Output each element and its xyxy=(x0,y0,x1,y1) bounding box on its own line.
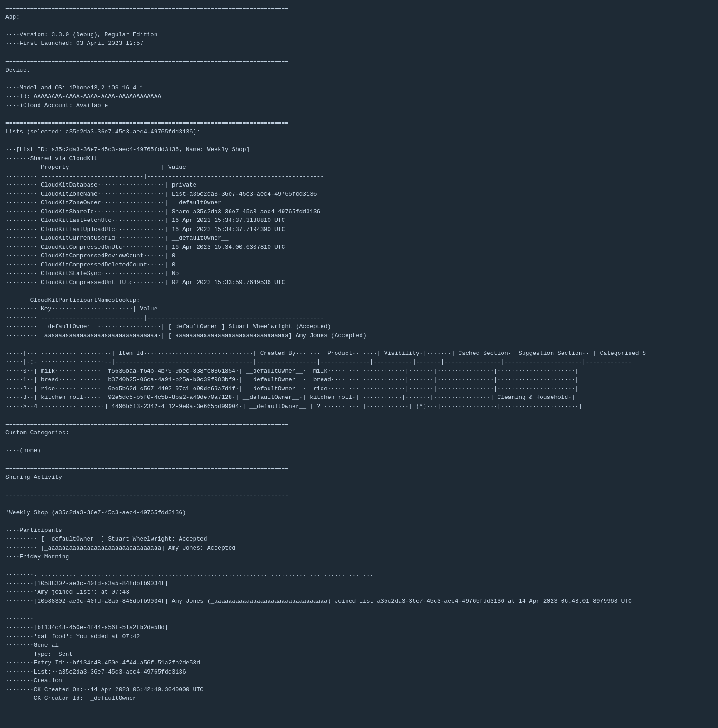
entry2-id: ········[bf134c48-450e-4f44-a56f-51a2fb2… xyxy=(5,624,168,631)
entry2-entryid: ········Entry Id:··bf134c48-450e-4f44-a5… xyxy=(5,659,200,666)
sharing-participant-2: ··········[_aaaaaaaaaaaaaaaaaaaaaaaaaaaa… xyxy=(5,545,235,551)
item-row-4: ·····>··4···················| 4496b5f3-2… xyxy=(5,403,582,410)
custom-cat-header: Custom Categories: xyxy=(5,429,69,436)
key-header: ··········Key·······················| Va… xyxy=(5,305,157,312)
property-divider: ··········-----------------------------|… xyxy=(5,173,324,180)
sharing-list-header: 'Weekly Shop (a35c2da3-36e7-45c3-aec4-49… xyxy=(5,509,186,516)
debug-output: ========================================… xyxy=(5,4,713,703)
property-header: ··········Property······················… xyxy=(5,164,186,171)
device-id: ····Id: AAAAAAAA-AAAA-AAAA-AAAA-AAAAAAAA… xyxy=(5,93,161,100)
participant-header: ·······CloudKitParticipantNamesLookup: xyxy=(5,297,140,304)
divider-3: ========================================… xyxy=(5,120,288,127)
app-launched: ····First Launched: 03 April 2023 12:57 xyxy=(5,40,143,47)
entry1-line2: ········[10588302-ae3c-40fd-a3a5-848dbfb… xyxy=(5,598,632,605)
prop-8: ··········CloudKitCompressedReviewCount·… xyxy=(5,252,175,259)
entry2-creation: ········Creation xyxy=(5,677,62,684)
prop-7: ··········CloudKitCompressedOnUtc·······… xyxy=(5,244,285,251)
prop-0: ··········CloudKitDatabase··············… xyxy=(5,182,196,188)
item-row-3: ·····3··| kitchen roll·····| 92e5dc5-b5f… xyxy=(5,394,575,401)
key-divider: ··········-----------------------------|… xyxy=(5,315,324,321)
entry1-line1: ········'Amy joined list': at 07:43 xyxy=(5,589,129,595)
prop-1: ··········CloudKitZoneName··············… xyxy=(5,191,317,197)
prop-10: ··········CloudKitStaleSync·············… xyxy=(5,270,179,277)
participant-0: ··········__defaultOwner__··············… xyxy=(5,323,331,330)
divider-6: ----------------------------------------… xyxy=(5,492,288,498)
items-table-sep: ·····|-:-|··················--|---------… xyxy=(5,359,632,365)
entry2-list: ········List:··a35c2da3-36e7-45c3-aec4-4… xyxy=(5,669,186,675)
items-table-header: ·····|···|····················| Item Id·… xyxy=(5,350,646,357)
device-model: ····Model and OS: iPhone13,2 iOS 16.4.1 xyxy=(5,84,143,91)
custom-cat-value: ····(none) xyxy=(5,447,41,454)
prop-4: ··········CloudKitLastFetchUtc··········… xyxy=(5,217,285,224)
list-id-line: ···[List ID: a35c2da3-36e7-45c3-aec4-497… xyxy=(5,146,249,153)
entry2-type: ········Type:··Sent xyxy=(5,651,73,658)
prop-9: ··········CloudKitCompressedDeletedCount… xyxy=(5,261,175,268)
sharing-participant-1: ··········[__defaultOwner__] Stuart Whee… xyxy=(5,536,207,542)
entry2-line1: ········'cat food': You added at 07:42 xyxy=(5,633,140,640)
shared-line: ·······Shared via CloudKit xyxy=(5,155,98,162)
item-row-0: ·····0··| milk·············| f5636baa-f6… xyxy=(5,368,579,374)
prop-11: ··········CloudKitCompressedUntilUtc····… xyxy=(5,279,285,286)
item-row-1: ·····1··| bread············| b3740b25-06… xyxy=(5,376,579,383)
divider-1: ========================================… xyxy=(5,5,288,11)
divider-5: ========================================… xyxy=(5,465,288,472)
divider-4: ========================================… xyxy=(5,421,288,428)
prop-6: ··········CloudKitCurrentUserId·········… xyxy=(5,235,228,241)
entry2-created: ········CK Created On:··14 Apr 2023 06:4… xyxy=(5,686,204,693)
prop-3: ··········CloudKitShareId···············… xyxy=(5,208,320,215)
entry2-line2: ········General xyxy=(5,642,59,649)
entry1-id: ········[10588302-ae3c-40fd-a3a5-848dbfb… xyxy=(5,580,168,587)
divider-2: ========================================… xyxy=(5,58,288,64)
lists-header: Lists (selected: a35c2da3-36e7-45c3-aec4… xyxy=(5,128,200,135)
app-header: App: xyxy=(5,14,20,20)
app-version: ····Version: 3.3.0 (Debug), Regular Edit… xyxy=(5,31,157,38)
entry2-dots: ········................................… xyxy=(5,615,373,622)
friday-morning: ····Friday Morning xyxy=(5,553,69,560)
prop-2: ··········CloudKitZoneOwner·············… xyxy=(5,199,228,206)
device-header: Device: xyxy=(5,67,30,74)
prop-5: ··········CloudKitLastUploadUtc·········… xyxy=(5,226,285,233)
item-row-2: ·····2··| rice·············| 6ee5b62d-c5… xyxy=(5,385,579,392)
sharing-header: Sharing Activity xyxy=(5,474,62,481)
participant-1: ··········_aaaaaaaaaaaaaaaaaaaaaaaaaaaaa… xyxy=(5,332,366,339)
device-icloud: ····iCloud Account: Available xyxy=(5,102,108,109)
sharing-participants-header: ····Participants xyxy=(5,527,62,534)
entry1-dots: ········................................… xyxy=(5,571,373,578)
entry2-creator: ········CK Creator Id:··_defaultOwner xyxy=(5,695,137,702)
